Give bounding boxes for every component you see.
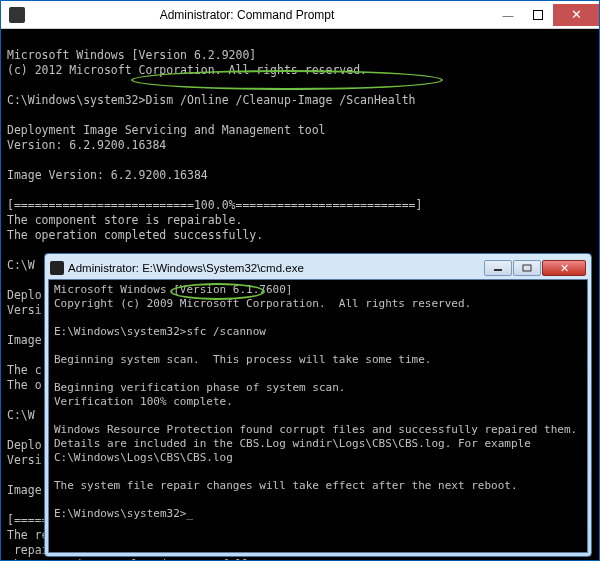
terminal-body-2[interactable]: Microsoft Windows [Version 6.1.7600] Cop… xyxy=(48,279,588,553)
partial-prompt: C:\W xyxy=(7,258,35,272)
sfc-command: sfc /scannow xyxy=(186,325,265,338)
dism-version-line: Version: 6.2.9200.16384 xyxy=(7,138,166,152)
image-version-line: Image Version: 6.2.9200.16384 xyxy=(7,168,208,182)
partial-image: Image xyxy=(7,333,42,347)
prompt-path: C:\Windows\system32> xyxy=(7,93,145,107)
success-line: The operation completed successfully. xyxy=(7,228,263,242)
maximize-button[interactable] xyxy=(523,4,553,26)
scan-complete-line: Verification 100% complete. xyxy=(54,395,233,408)
repairable-line: The component store is repairable. xyxy=(7,213,242,227)
success-line-2: The operation completed successfully. xyxy=(7,558,263,560)
copyright-line-2: Copyright (c) 2009 Microsoft Corporation… xyxy=(54,297,471,310)
wrp-message: Windows Resource Protection found corrup… xyxy=(54,423,584,464)
maximize-button[interactable] xyxy=(513,260,541,276)
partial-versi2: Versi xyxy=(7,453,42,467)
cmd-icon xyxy=(50,261,64,275)
prompt-end-2: E:\Windows\system32> xyxy=(54,507,193,520)
partial-thec: The c xyxy=(7,363,42,377)
partial-theo: The o xyxy=(7,378,42,392)
minimize-button[interactable] xyxy=(484,260,512,276)
svg-rect-0 xyxy=(534,10,543,19)
close-button[interactable]: ✕ xyxy=(553,4,599,26)
dism-tool-line: Deployment Image Servicing and Managemen… xyxy=(7,123,326,137)
dism-command: Dism /Online /Cleanup-Image /ScanHealth xyxy=(145,93,415,107)
partial-image2: Image xyxy=(7,483,42,497)
scan-phase-line: Beginning verification phase of system s… xyxy=(54,381,345,394)
command-prompt-window-2: Administrator: E:\Windows\System32\cmd.e… xyxy=(44,253,592,557)
partial-cw: C:\W xyxy=(7,408,35,422)
close-button[interactable]: ✕ xyxy=(542,260,586,276)
cmd-icon xyxy=(9,7,25,23)
titlebar-1[interactable]: Administrator: Command Prompt — ✕ xyxy=(1,1,599,29)
window-title-2: Administrator: E:\Windows\System32\cmd.e… xyxy=(68,262,484,274)
prompt-path-2: E:\Windows\system32> xyxy=(54,325,186,338)
window-title-1: Administrator: Command Prompt xyxy=(31,8,493,22)
progress-bar-1: [==========================100.0%=======… xyxy=(7,198,422,212)
partial-deplo: Deplo xyxy=(7,288,42,302)
svg-rect-2 xyxy=(523,265,531,271)
reboot-line: The system file repair changes will take… xyxy=(54,479,518,492)
titlebar-2[interactable]: Administrator: E:\Windows\System32\cmd.e… xyxy=(48,257,588,279)
partial-versi: Versi xyxy=(7,303,42,317)
scan-begin-line: Beginning system scan. This process will… xyxy=(54,353,432,366)
partial-deplo2: Deplo xyxy=(7,438,42,452)
os-version-line: Microsoft Windows [Version 6.2.9200] xyxy=(7,48,256,62)
copyright-line: (c) 2012 Microsoft Corporation. All righ… xyxy=(7,63,367,77)
os-version-line-2: Microsoft Windows [Version 6.1.7600] xyxy=(54,283,292,296)
minimize-button[interactable]: — xyxy=(493,4,523,26)
